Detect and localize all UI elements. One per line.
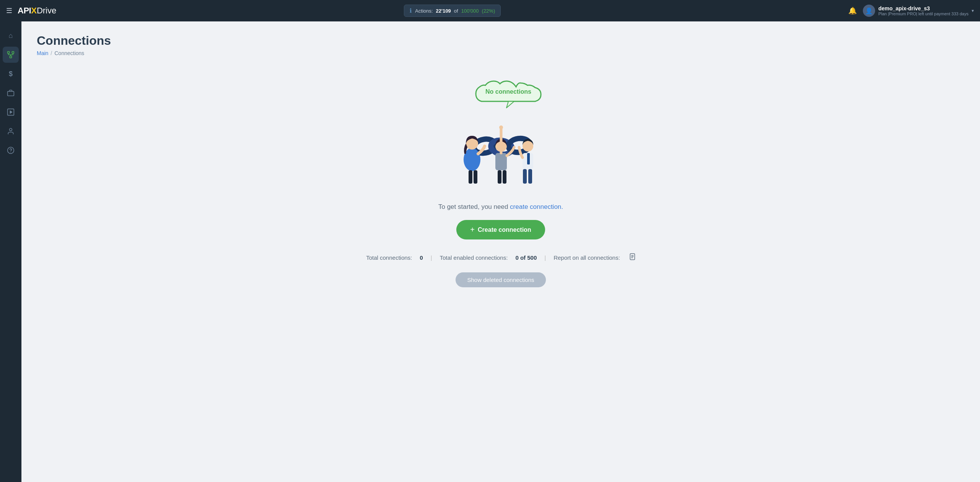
svg-text:No connections: No connections [485,88,531,95]
top-navigation: ☰ API X Drive ℹ Actions: 22'109 of 100'0… [0,0,980,21]
help-icon [7,147,15,154]
no-connections-illustration: No connections [432,79,570,194]
page-title: Connections [37,34,965,48]
avatar-icon: 👤 [865,7,873,15]
breadcrumb-current: Connections [54,50,84,56]
stats-separator-2: | [544,254,546,261]
notification-bell-icon[interactable]: 🔔 [848,7,857,15]
sidebar: ⌂ $ [0,21,21,482]
avatar: 👤 [863,5,875,17]
sidebar-item-profile[interactable] [3,123,19,139]
tagline-create-link[interactable]: create connection. [510,203,563,210]
info-icon: ℹ [410,7,412,14]
logo-x-text: X [31,6,37,16]
svg-rect-21 [495,153,507,170]
actions-of: of [454,8,458,14]
user-name: demo_apix-drive_s3 [878,5,969,11]
svg-point-28 [523,141,533,151]
svg-rect-20 [474,170,477,184]
actions-total: 100'000 [461,8,479,14]
create-connection-button[interactable]: + Create connection [456,220,545,239]
main-content: Connections Main / Connections No connec… [21,21,980,482]
svg-point-10 [10,129,12,131]
chevron-down-icon: ▾ [972,8,974,13]
report-document-icon[interactable] [629,253,635,262]
main-layout: ⌂ $ [0,21,980,482]
play-icon [7,108,15,116]
actions-label: Actions: [415,8,433,14]
enabled-connections-value: 0 of 500 [515,254,537,261]
svg-rect-30 [528,169,532,184]
total-connections-label: Total connections: [366,254,412,261]
user-plan: Plan |Premium PRO| left until payment 33… [878,11,969,16]
svg-point-23 [499,125,503,129]
user-icon [7,127,15,135]
actions-count: 22'109 [436,8,451,14]
connections-icon [7,51,15,59]
sidebar-item-services[interactable] [3,85,19,101]
dollar-icon: $ [9,70,13,78]
sidebar-item-home[interactable]: ⌂ [3,28,19,44]
svg-rect-19 [469,170,472,184]
user-info: demo_apix-drive_s3 Plan |Premium PRO| le… [878,5,969,16]
svg-rect-29 [523,169,527,184]
svg-marker-9 [10,111,12,114]
svg-rect-7 [8,91,14,96]
actions-badge: ℹ Actions: 22'109 of 100'000 (22%) [404,5,501,17]
svg-rect-25 [503,170,506,184]
logo-api-text: API [18,6,31,16]
user-menu[interactable]: 👤 demo_apix-drive_s3 Plan |Premium PRO| … [863,5,974,17]
sidebar-item-help[interactable] [3,142,19,158]
sidebar-item-connections[interactable] [3,47,19,63]
breadcrumb: Main / Connections [37,50,965,56]
total-connections-value: 0 [420,254,423,261]
create-button-label: Create connection [478,226,531,233]
tagline-static-text: To get started, you need [438,203,508,210]
sidebar-item-videos[interactable] [3,104,19,120]
breadcrumb-separator: / [51,50,52,56]
logo: API X Drive [18,6,56,16]
center-area: No connections [37,72,965,295]
tagline: To get started, you need create connecti… [438,203,563,211]
home-icon: ⌂ [9,32,13,40]
breadcrumb-home-link[interactable]: Main [37,50,48,56]
svg-rect-27 [527,153,530,164]
plus-icon: + [470,225,475,234]
briefcase-icon [7,89,15,97]
report-label: Report on all connections: [554,254,620,261]
stats-separator-1: | [431,254,432,261]
show-deleted-connections-button[interactable]: Show deleted connections [456,272,546,287]
stats-row: Total connections: 0 | Total enabled con… [366,253,635,262]
enabled-connections-label: Total enabled connections: [440,254,508,261]
logo-drive-text: Drive [37,6,56,16]
actions-percent: (22%) [482,8,495,14]
hamburger-menu-icon[interactable]: ☰ [6,7,12,15]
sidebar-item-billing[interactable]: $ [3,66,19,82]
svg-rect-24 [498,170,501,184]
